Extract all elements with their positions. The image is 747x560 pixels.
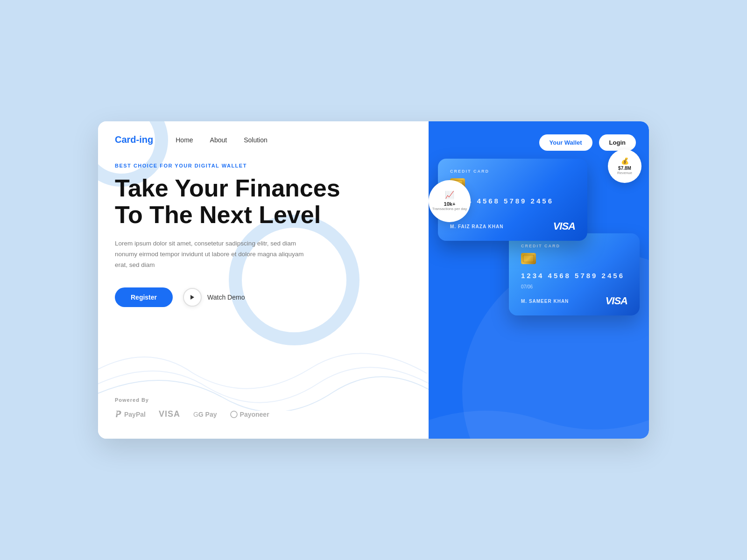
transactions-amount: 10k+ [444,201,456,207]
hero-content: Best Choice For Your Digital Wallet Take… [98,145,429,307]
nav-home[interactable]: Home [176,136,193,144]
nav-solution[interactable]: Solution [244,136,268,144]
card2-date: 07/06 [521,284,627,289]
gpay-logo: GG Pay [193,411,217,418]
gpay-pay: G Pay [198,411,217,418]
card1-holder: M. Faiz Raza Khan [450,224,503,229]
right-wave [429,401,649,439]
payoneer-icon [230,411,238,418]
card2-footer: M. Sameer Khan VISA [521,295,627,307]
transactions-label: Transactions per day [432,207,467,211]
wallet-button[interactable]: Your Wallet [539,134,592,151]
hero-actions: Register Watch Demo [115,287,412,307]
card1-brand: VISA [553,220,575,232]
payoneer-text: Payoneer [240,411,269,418]
play-triangle [190,294,195,300]
svg-marker-0 [190,295,194,300]
card2-number: 1234 4568 5789 2456 [521,272,627,280]
logo-suffix: -ing [136,134,154,145]
login-button[interactable]: Login [599,134,636,151]
powered-label: Powered By [115,397,269,403]
navbar: Card-ing Home About Solution [98,121,429,145]
watch-demo-button[interactable]: Watch Demo [183,288,245,307]
card2-chip [521,253,536,264]
card1-date: 07/06 [450,210,575,215]
brand-logo[interactable]: Card-ing [115,134,153,145]
register-button[interactable]: Register [115,287,173,307]
powered-by-section: Powered By PayPal VISA GG Pay Payoneer [115,397,269,419]
hero-tag: Best Choice For Your Digital Wallet [115,163,412,168]
card2-brand: VISA [606,295,627,307]
revenue-label: Revenue [617,171,632,175]
transactions-badge: 📈 10k+ Transactions per day [429,180,471,222]
right-nav: Your Wallet Login [429,121,649,151]
left-panel: Card-ing Home About Solution Best Choice… [98,121,429,439]
powered-logos: PayPal VISA GG Pay Payoneer [115,409,269,419]
visa-logo: VISA [159,409,180,419]
nav-about[interactable]: About [210,136,227,144]
revenue-amount: $7.8M [618,166,631,171]
page-container: Card-ing Home About Solution Best Choice… [98,121,649,439]
hero-description: Lorem ipsum dolor sit amet, consetetur s… [115,238,311,271]
card2-label: Credit Card [521,244,627,248]
nav-links: Home About Solution [176,136,268,144]
paypal-logo: PayPal [115,411,146,418]
revenue-icon: 💰 [621,157,629,165]
revenue-badge: 💰 $7.8M Revenue [608,149,641,183]
hero-title-line2: To The Next Level [115,201,321,228]
hero-title-line1: Take Your Finances [115,175,340,202]
transactions-icon: 📈 [445,190,454,199]
hero-title: Take Your Finances To The Next Level [115,175,412,228]
paypal-text: PayPal [124,411,146,418]
gpay-g: G [193,411,198,418]
credit-card-2: Credit Card 1234 4568 5789 2456 07/06 M.… [509,233,640,315]
svg-point-1 [231,411,237,418]
paypal-icon [115,411,121,418]
card1-label: Credit Card [450,169,575,174]
card2-holder: M. Sameer Khan [521,299,569,304]
payoneer-logo: Payoneer [230,411,269,418]
play-icon [183,288,202,307]
right-panel: Your Wallet Login 💰 $7.8M Revenue Credit… [429,121,649,439]
watch-demo-label: Watch Demo [207,294,245,301]
logo-highlight: Card [115,134,136,145]
chip2-lines [523,255,534,262]
card1-footer: M. Faiz Raza Khan VISA [450,220,575,232]
